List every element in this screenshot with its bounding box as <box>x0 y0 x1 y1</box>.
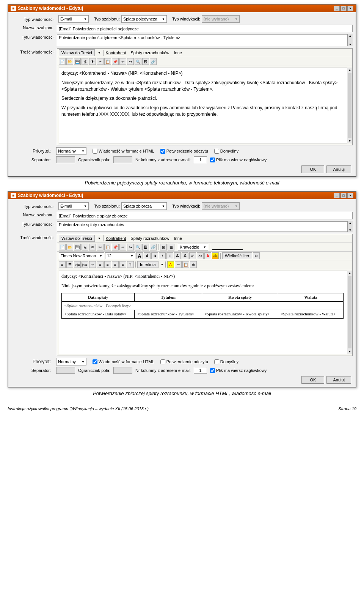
nazwa-input2[interactable]: [Email] Potwierdzenie spłaty zbiorcze <box>57 212 353 219</box>
domyslny-checkbox2-label[interactable]: Domyślny <box>214 359 238 364</box>
priorytet-dropdown1[interactable]: Normalny ▼ <box>56 147 86 155</box>
align-left-icon[interactable]: ≡ <box>97 261 104 268</box>
separator-input2[interactable] <box>56 367 75 374</box>
splaty-btn2[interactable]: Spłaty rozrachunków <box>130 236 169 241</box>
save-icon[interactable]: 💾 <box>74 58 81 65</box>
align-justify-icon[interactable]: ≡ <box>119 261 126 268</box>
copy-icon2[interactable]: 📋 <box>104 244 111 250</box>
ogranicznik-input1[interactable] <box>113 156 132 163</box>
editor-content2[interactable]: dotyczy: <Kontrahenci - Nazwa> (NIP: <Ko… <box>59 271 351 354</box>
odczyt-checkbox1-label[interactable]: Potwierdzenie odczytu <box>160 149 208 154</box>
img-icon2[interactable]: 🖼 <box>142 244 149 250</box>
paste-icon2[interactable]: 📌 <box>112 244 119 250</box>
undo-icon[interactable]: ↩ <box>119 58 126 65</box>
indent-inc-icon[interactable]: ▷≡ <box>82 261 88 268</box>
anuluj-btn1[interactable]: Anuluj <box>326 165 351 173</box>
html-checkbox2[interactable] <box>93 359 97 364</box>
splaty-btn1[interactable]: Spłaty rozrachunków <box>130 50 169 55</box>
list-ordered-icon[interactable]: ≡ <box>59 261 66 268</box>
img-icon[interactable]: 🖼 <box>142 58 149 65</box>
underline-btn[interactable]: U <box>166 252 173 259</box>
redo-icon[interactable]: ↪ <box>127 58 134 65</box>
typ-windykacji-dropdown[interactable]: (nie wybrano) ▼ <box>202 15 240 23</box>
html-checkbox2-label[interactable]: Wiadomość w formacie HTML <box>93 359 154 364</box>
pilcrow-icon[interactable]: ¶ <box>127 261 134 268</box>
font-size-dropdown[interactable]: 12 ▼ <box>105 252 135 259</box>
plik-checkbox2[interactable] <box>210 368 215 373</box>
krawedzie-dropdown[interactable]: Krawędzie ▼ <box>178 244 208 250</box>
kontrahent-btn2[interactable]: Kontrahent <box>106 236 126 241</box>
domyslny-checkbox2[interactable] <box>214 359 219 364</box>
font-smallA-icon[interactable]: A <box>144 252 151 259</box>
editor-content1[interactable]: dotyczy: <Kontrahenci - Nazwa> (NIP: <Ko… <box>59 68 351 143</box>
open-icon2[interactable]: 📂 <box>66 244 73 250</box>
print-icon2[interactable]: 🖨 <box>82 244 88 250</box>
copy2-icon[interactable]: 📋 <box>182 261 189 268</box>
html-checkbox1[interactable] <box>93 149 97 154</box>
wstaw-btn1[interactable]: Wstaw do Treści <box>59 49 95 56</box>
editor-scrollbar2[interactable]: ▲ ▼ <box>347 271 352 354</box>
close-btn2[interactable]: × <box>347 193 353 198</box>
minimize-btn[interactable]: _ <box>334 6 340 11</box>
highlight-icon[interactable]: A <box>167 261 174 268</box>
preview-icon[interactable]: 👁 <box>89 58 96 65</box>
close-btn[interactable]: × <box>347 6 353 11</box>
align-right-icon[interactable]: ≡ <box>112 261 119 268</box>
odczyt-checkbox1[interactable] <box>160 149 165 154</box>
preview-icon2[interactable]: 👁 <box>89 244 96 250</box>
wielkoscLiter-btn[interactable]: Wielkość liter <box>222 252 252 259</box>
nazwa-input1[interactable]: [Email] Potwierdzenie płatności pojedync… <box>57 25 353 32</box>
inne-btn1[interactable]: Inne <box>174 50 182 55</box>
wstaw-btn2[interactable]: Wstaw do Treści <box>59 235 95 242</box>
plik-checkbox2-label[interactable]: Plik ma wiersz nagłówkowy <box>210 368 267 373</box>
undo-icon2[interactable]: ↩ <box>119 244 126 250</box>
typ-szablonu-dropdown[interactable]: Spłata pojedyncza ▼ <box>121 15 167 23</box>
align-center-icon[interactable]: ≡ <box>104 261 111 268</box>
new-icon[interactable]: 📄 <box>59 58 66 65</box>
open-icon[interactable]: 📂 <box>66 58 73 65</box>
print-icon[interactable]: 🖨 <box>82 58 88 65</box>
tytul-scrollbar2[interactable]: ▲ ▼ <box>347 221 353 232</box>
font-bigA-icon[interactable]: A <box>136 252 143 259</box>
new-icon2[interactable]: 📄 <box>59 244 66 250</box>
fontcolor-btn[interactable]: A <box>204 252 211 259</box>
marker-icon[interactable]: ✏ <box>175 261 182 268</box>
ok-btn2[interactable]: OK <box>301 376 324 384</box>
domyslny-checkbox1[interactable] <box>214 149 219 154</box>
save-icon2[interactable]: 💾 <box>74 244 81 250</box>
font-name-dropdown[interactable]: Times New Roman ▼ <box>59 252 104 259</box>
anuluj-btn2[interactable]: Anuluj <box>326 376 351 384</box>
find-icon[interactable]: 🔍 <box>135 58 141 65</box>
inne-btn2[interactable]: Inne <box>174 236 182 241</box>
indent-dec-icon[interactable]: ◁≡ <box>74 261 81 268</box>
line-style[interactable] <box>212 244 243 250</box>
typ-wiadomosci-dropdown[interactable]: E-mail ▼ <box>58 15 89 23</box>
strike2-btn[interactable]: S <box>182 252 188 259</box>
odczyt-checkbox2-label[interactable]: Potwierdzenie odczytu <box>160 359 208 364</box>
cut-icon[interactable]: ✂ <box>97 58 104 65</box>
italic-btn[interactable]: I <box>159 252 166 259</box>
priorytet-dropdown2[interactable]: Normalny ▼ <box>56 358 86 365</box>
interlinia-btn[interactable]: Interlinia <box>137 261 158 268</box>
maximize-btn2[interactable]: □ <box>340 193 347 198</box>
sup-btn[interactable]: X² <box>189 252 196 259</box>
typ-windykacji-dropdown2[interactable]: (nie wybrano) ▼ <box>202 202 240 210</box>
find-icon2[interactable]: 🔍 <box>135 244 141 250</box>
sub-btn[interactable]: X₂ <box>197 252 204 259</box>
list-bullet-icon[interactable]: ☰ <box>66 261 73 268</box>
maximize-btn[interactable]: □ <box>340 6 347 11</box>
odczyt-checkbox2[interactable] <box>160 359 165 364</box>
typ-wiadomosci-dropdown2[interactable]: E-mail ▼ <box>58 202 89 210</box>
extra-icon[interactable]: ⚙ <box>253 252 260 259</box>
redo-icon2[interactable]: ↪ <box>127 244 134 250</box>
link-icon2[interactable]: 🔗 <box>150 244 157 250</box>
kontrahent-btn1[interactable]: Kontrahent <box>106 50 126 55</box>
copy-icon[interactable]: 📋 <box>104 58 111 65</box>
editor-scrollbar1[interactable]: ▲ ▼ <box>347 68 352 143</box>
ok-btn1[interactable]: OK <box>301 165 324 173</box>
cut-icon2[interactable]: ✂ <box>97 244 104 250</box>
domyslny-checkbox1-label[interactable]: Domyślny <box>214 149 238 154</box>
typ-szablonu-dropdown2[interactable]: Spłata zbiorcza ▼ <box>121 202 167 210</box>
bold-btn[interactable]: B <box>151 252 158 259</box>
ogranicznik-input2[interactable] <box>113 367 132 374</box>
